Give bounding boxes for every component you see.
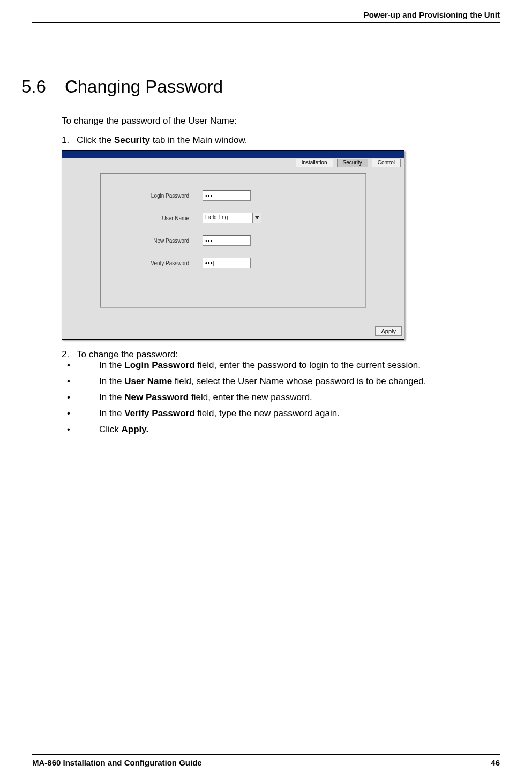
section-title: Changing Password xyxy=(65,77,223,96)
step-number: 1. xyxy=(62,135,77,146)
intro-text: To change the password of the User Name: xyxy=(62,116,500,126)
row-login-password: Login Password xyxy=(111,190,355,201)
label-login-password: Login Password xyxy=(111,193,203,199)
bullet-user-name: •In the User Name field, select the User… xyxy=(83,376,500,387)
step1-bold: Security xyxy=(114,135,150,145)
tab-security[interactable]: Security xyxy=(337,159,368,167)
bullet-new-password: •In the New Password field, enter the ne… xyxy=(83,392,500,403)
bullet-apply: •Click Apply. xyxy=(83,424,500,435)
select-user-name[interactable]: Field Eng xyxy=(203,213,261,223)
page-header: Power-up and Provisioning the Unit xyxy=(32,0,500,23)
footer-title: MA-860 Installation and Configuration Gu… xyxy=(32,758,202,767)
content-body: To change the password of the User Name:… xyxy=(62,116,500,435)
page-footer: MA-860 Installation and Configuration Gu… xyxy=(32,754,500,767)
step-1: 1.Click the Security tab in the Main win… xyxy=(62,135,500,340)
label-verify-password: Verify Password xyxy=(111,260,203,266)
step1-pre: Click the xyxy=(77,135,114,145)
step-2: 2.To change the password: •In the Login … xyxy=(62,349,500,435)
tab-control[interactable]: Control xyxy=(372,159,401,167)
section-heading: 5.6Changing Password xyxy=(21,77,500,97)
row-verify-password: Verify Password xyxy=(111,258,355,268)
label-user-name: User Name xyxy=(111,215,203,221)
step2-text: To change the password: xyxy=(77,349,178,359)
input-login-password[interactable] xyxy=(203,190,251,201)
input-verify-password[interactable] xyxy=(203,258,251,268)
window-footer: Apply xyxy=(62,324,404,339)
svg-marker-0 xyxy=(255,216,259,219)
window-titlebar xyxy=(62,151,404,158)
form-panel: Login Password User Name Field Eng xyxy=(100,173,366,308)
page-number: 46 xyxy=(491,758,500,767)
chevron-down-icon xyxy=(252,213,261,223)
step-number: 2. xyxy=(62,349,77,360)
header-text: Power-up and Provisioning the Unit xyxy=(364,10,500,19)
row-new-password: New Password xyxy=(111,235,355,246)
input-new-password[interactable] xyxy=(203,235,251,246)
section-number: 5.6 xyxy=(21,77,46,96)
bullet-login-password: •In the Login Password field, enter the … xyxy=(83,360,500,371)
tab-bar: Installation Security Control xyxy=(62,158,404,173)
tab-installation[interactable]: Installation xyxy=(296,159,333,167)
bullet-verify-password: •In the Verify Password field, type the … xyxy=(83,408,500,419)
apply-button[interactable]: Apply xyxy=(375,326,402,336)
screenshot-security-window: Installation Security Control Login Pass… xyxy=(62,150,404,340)
select-user-name-value: Field Eng xyxy=(203,213,252,223)
label-new-password: New Password xyxy=(111,238,203,244)
step1-post: tab in the Main window. xyxy=(150,135,247,145)
row-user-name: User Name Field Eng xyxy=(111,213,355,223)
